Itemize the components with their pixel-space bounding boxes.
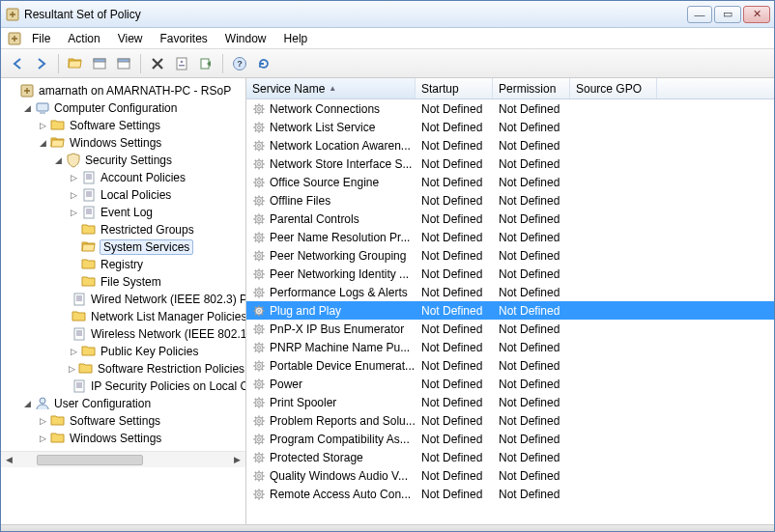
titlebar[interactable]: Resultant Set of Policy — ▭ ✕ [1, 1, 774, 28]
tree-public-key-policies[interactable]: ▷Public Key Policies [69, 343, 245, 360]
menu-help[interactable]: Help [276, 30, 316, 47]
up-one-level-button[interactable] [65, 53, 86, 74]
column-startup[interactable]: Startup [416, 78, 493, 98]
menu-favorites[interactable]: Favorites [153, 30, 215, 47]
list-item[interactable]: Network List ServiceNot DefinedNot Defin… [246, 118, 774, 136]
show-hide-tree-button[interactable] [89, 53, 110, 74]
list-item[interactable]: Peer Networking GroupingNot DefinedNot D… [246, 246, 774, 265]
gear-icon [252, 231, 266, 244]
properties-button[interactable] [171, 53, 192, 74]
tree-wired-network[interactable]: Wired Network (IEEE 802.3) Policies [69, 291, 245, 308]
system-menu-icon[interactable] [7, 31, 22, 46]
tree-registry[interactable]: Registry [69, 256, 245, 273]
list-item[interactable]: PnP-X IP Bus EnumeratorNot DefinedNot De… [246, 320, 774, 338]
column-source-gpo[interactable]: Source GPO [570, 78, 657, 98]
expander-icon[interactable]: ◢ [22, 399, 32, 408]
service-startup: Not Defined [416, 451, 493, 464]
tree-user-software-settings[interactable]: ▷Software Settings [38, 412, 245, 430]
tree-user-windows-settings[interactable]: ▷Windows Settings [38, 430, 245, 447]
expander-icon[interactable]: ▷ [38, 434, 47, 443]
scroll-right-icon[interactable]: ▶ [229, 453, 245, 467]
content-area: amarnath on AMARNATH-PC - RSoP ◢ Compute… [1, 78, 774, 524]
gear-icon [252, 267, 266, 281]
menu-window[interactable]: Window [217, 30, 274, 47]
list-item[interactable]: Program Compatibility As...Not DefinedNo… [246, 430, 774, 448]
expander-icon[interactable]: ◢ [22, 103, 32, 113]
list-item[interactable]: Network Location Awaren...Not DefinedNot… [246, 136, 774, 154]
menu-file[interactable]: File [24, 30, 58, 47]
tree-system-services[interactable]: System Services [69, 238, 245, 256]
list-item[interactable]: PowerNot DefinedNot Defined [246, 375, 774, 393]
service-name: PnP-X IP Bus Enumerator [270, 322, 404, 336]
scroll-thumb[interactable] [37, 455, 143, 465]
tree-windows-settings[interactable]: ◢Windows Settings [38, 134, 245, 152]
list-item[interactable]: Problem Reports and Solu...Not DefinedNo… [246, 411, 774, 430]
tree-file-system[interactable]: File System [69, 273, 245, 291]
export-list-button[interactable] [195, 53, 216, 74]
list-item[interactable]: Remote Access Auto Con...Not DefinedNot … [246, 485, 774, 503]
delete-button[interactable] [147, 53, 168, 74]
expander-icon[interactable]: ▷ [38, 121, 47, 130]
statusbar [1, 524, 774, 531]
tree-account-policies[interactable]: ▷Account Policies [69, 169, 245, 186]
list-item[interactable]: Parental ControlsNot DefinedNot Defined [246, 210, 774, 228]
scroll-left-icon[interactable]: ◀ [1, 453, 17, 467]
list-item[interactable]: Protected StorageNot DefinedNot Defined [246, 448, 774, 466]
tree-ip-security-policies[interactable]: IP Security Policies on Local Computer [69, 378, 245, 395]
folder-icon [50, 413, 66, 429]
tree-software-restriction-policies[interactable]: ▷Software Restriction Policies [69, 360, 245, 378]
help-button[interactable] [229, 53, 250, 74]
expander-icon[interactable]: ▷ [69, 208, 78, 217]
tree-wireless-network[interactable]: Wireless Network (IEEE 802.11) Policies [69, 325, 245, 343]
list-item[interactable]: Portable Device Enumerat...Not DefinedNo… [246, 356, 774, 375]
list-item[interactable]: Offline FilesNot DefinedNot Defined [246, 191, 774, 210]
tree-user-configuration[interactable]: ◢User Configuration [22, 395, 245, 412]
expander-icon[interactable]: ▷ [38, 416, 47, 426]
expander-icon[interactable]: ◢ [53, 155, 63, 165]
back-button[interactable] [7, 53, 28, 74]
gear-icon [252, 304, 266, 318]
tree-network-list-manager[interactable]: Network List Manager Policies [69, 308, 245, 325]
folder-icon [50, 118, 66, 133]
services-list-view[interactable]: Service Name▲ Startup Permission Source … [246, 78, 774, 524]
tree-local-policies[interactable]: ▷Local Policies [69, 186, 245, 204]
expander-icon[interactable]: ▷ [69, 347, 78, 356]
list-item[interactable]: Peer Networking Identity ...Not DefinedN… [246, 265, 774, 283]
close-button[interactable]: ✕ [743, 6, 770, 23]
console-tree[interactable]: amarnath on AMARNATH-PC - RSoP ◢ Compute… [1, 78, 246, 524]
list-item[interactable]: Plug and PlayNot DefinedNot Defined [246, 301, 774, 320]
tree-security-settings[interactable]: ◢Security Settings [53, 152, 245, 169]
list-item[interactable]: PNRP Machine Name Pu...Not DefinedNot De… [246, 338, 774, 356]
menu-view[interactable]: View [110, 30, 151, 47]
list-item[interactable]: Performance Logs & AlertsNot DefinedNot … [246, 283, 774, 301]
service-startup: Not Defined [416, 286, 493, 299]
list-item[interactable]: Peer Name Resolution Pr...Not DefinedNot… [246, 228, 774, 246]
menu-action[interactable]: Action [60, 30, 107, 47]
new-window-button[interactable] [113, 53, 134, 74]
list-item[interactable]: Print SpoolerNot DefinedNot Defined [246, 393, 774, 411]
refresh-button[interactable] [253, 53, 274, 74]
expander-icon[interactable]: ▷ [69, 364, 75, 374]
list-item[interactable]: Network Store Interface S...Not DefinedN… [246, 154, 774, 173]
tree-horizontal-scrollbar[interactable]: ◀ ▶ [1, 451, 245, 467]
tree-event-log[interactable]: ▷Event Log [69, 204, 245, 221]
maximize-button[interactable]: ▭ [714, 6, 741, 23]
minimize-button[interactable]: — [687, 6, 712, 23]
tree-root[interactable]: amarnath on AMARNATH-PC - RSoP [7, 82, 245, 99]
tree-computer-configuration[interactable]: ◢ Computer Configuration [22, 99, 245, 117]
forward-button[interactable] [31, 53, 52, 74]
list-item[interactable]: Office Source EngineNot DefinedNot Defin… [246, 173, 774, 191]
list-item[interactable]: Quality Windows Audio V...Not DefinedNot… [246, 466, 774, 485]
tree-software-settings[interactable]: ▷Software Settings [38, 117, 245, 134]
folder-icon [81, 222, 97, 238]
toolbar-separator [140, 54, 141, 73]
list-item[interactable]: Network ConnectionsNot DefinedNot Define… [246, 99, 774, 118]
tree-restricted-groups[interactable]: Restricted Groups [69, 221, 245, 238]
service-name: Performance Logs & Alerts [270, 286, 408, 299]
column-permission[interactable]: Permission [493, 78, 570, 98]
expander-icon[interactable]: ▷ [69, 190, 78, 200]
expander-icon[interactable]: ▷ [69, 173, 78, 182]
column-service-name[interactable]: Service Name▲ [246, 78, 416, 98]
expander-icon[interactable]: ◢ [38, 138, 47, 148]
service-name: Peer Networking Grouping [270, 249, 406, 263]
